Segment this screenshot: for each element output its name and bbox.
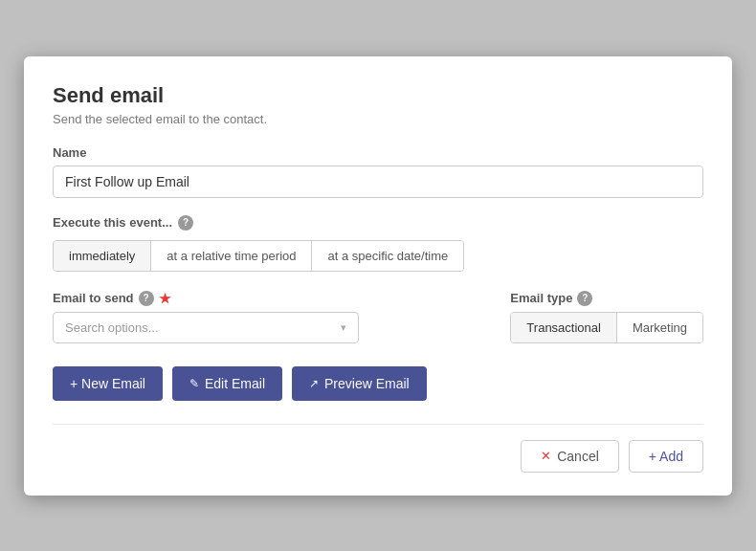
edit-email-button[interactable]: ✎ Edit Email [172, 366, 282, 401]
modal-title: Send email [53, 83, 703, 108]
execute-help-icon[interactable]: ? [178, 215, 193, 231]
name-label: Name [53, 145, 703, 160]
new-email-button[interactable]: + New Email [53, 366, 163, 401]
preview-email-label: Preview Email [324, 376, 410, 391]
email-to-send-help-icon[interactable]: ? [139, 291, 154, 306]
email-type-help-icon[interactable]: ? [577, 291, 592, 306]
timing-specific[interactable]: at a specific date/time [312, 241, 463, 271]
cancel-x-icon: ✕ [541, 449, 551, 463]
timing-immediately[interactable]: immediately [54, 241, 151, 271]
external-link-icon: ↗ [309, 377, 319, 390]
footer-buttons-row: ✕ Cancel + Add [53, 440, 703, 473]
cancel-button[interactable]: ✕ Cancel [521, 440, 619, 473]
email-to-send-label: Email to send ? ★ [53, 291, 472, 306]
add-button[interactable]: + Add [629, 440, 703, 473]
timing-relative[interactable]: at a relative time period [151, 241, 312, 271]
execute-label: Execute this event... ? [53, 215, 703, 231]
send-email-modal: Send email Send the selected email to th… [24, 56, 732, 496]
new-email-label: + New Email [70, 376, 145, 391]
required-indicator: ★ [159, 291, 171, 306]
email-type-button-group: Transactional Marketing [510, 312, 703, 343]
email-to-send-column: Email to send ? ★ Search options... ▾ [53, 291, 472, 343]
preview-email-button[interactable]: ↗ Preview Email [292, 366, 427, 401]
add-label: + Add [649, 449, 683, 464]
email-search-placeholder: Search options... [65, 320, 159, 335]
action-buttons-row: + New Email ✎ Edit Email ↗ Preview Email [53, 366, 703, 401]
email-type-transactional[interactable]: Transactional [511, 313, 617, 342]
footer-divider [53, 424, 703, 425]
edit-email-label: Edit Email [205, 376, 265, 391]
email-type-marketing[interactable]: Marketing [617, 313, 702, 342]
timing-button-group: immediately at a relative time period at… [53, 240, 464, 272]
edit-icon: ✎ [189, 377, 199, 390]
email-type-label: Email type ? [510, 291, 703, 306]
email-search-select[interactable]: Search options... ▾ [53, 312, 359, 343]
cancel-label: Cancel [557, 449, 599, 464]
chevron-down-icon: ▾ [341, 321, 346, 334]
modal-subtitle: Send the selected email to the contact. [53, 112, 703, 126]
name-input[interactable] [53, 165, 703, 198]
email-options-row: Email to send ? ★ Search options... ▾ Em… [53, 291, 703, 343]
email-type-column: Email type ? Transactional Marketing [510, 291, 703, 343]
